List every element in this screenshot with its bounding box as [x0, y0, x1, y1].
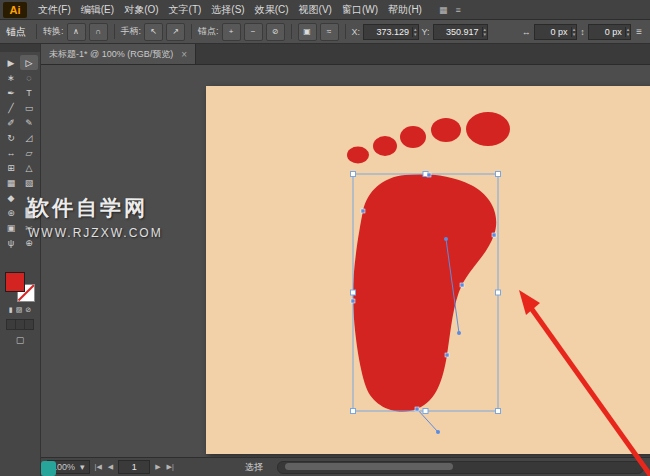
y-stepper[interactable]: ▴▾	[482, 27, 488, 37]
first-artboard-button[interactable]: |◀	[94, 463, 103, 471]
selection-handle-s[interactable]	[423, 409, 428, 414]
tool-symbol-sprayer-icon[interactable]: ⊛	[2, 205, 20, 220]
tool-zoom-icon[interactable]: ⊕	[20, 235, 38, 250]
anchor-point[interactable]	[351, 299, 355, 303]
width-value[interactable]: 0 px	[535, 27, 571, 37]
prev-artboard-button[interactable]: ◀	[107, 463, 114, 471]
cut-path-button[interactable]: ⊘	[266, 23, 285, 41]
menu-type[interactable]: 文字(T)	[164, 1, 207, 19]
footprint-toe-2[interactable]	[373, 136, 397, 156]
add-anchor-button[interactable]: +	[222, 23, 241, 41]
x-coordinate-field[interactable]: 373.129 ▴▾	[363, 24, 419, 40]
anchor-point[interactable]	[492, 233, 496, 237]
control-panel-menu-icon[interactable]: ≡	[634, 26, 644, 37]
menu-select[interactable]: 选择(S)	[206, 1, 249, 19]
tool-pen-icon[interactable]: ✒	[2, 85, 20, 100]
isolate-selection-button[interactable]: ▣	[298, 23, 317, 41]
footprint-toes[interactable]	[347, 112, 510, 164]
tab-close-icon[interactable]: ×	[181, 49, 187, 60]
tool-eyedropper-icon[interactable]: ◆	[2, 190, 20, 205]
color-mode-icon[interactable]: ▮	[9, 306, 13, 314]
selection-handle-nw[interactable]	[351, 172, 356, 177]
footprint-toe-1[interactable]	[347, 147, 369, 164]
tool-mesh-icon[interactable]: ▦	[2, 175, 20, 190]
tool-column-graph-icon[interactable]: ▙	[20, 205, 38, 220]
menu-help[interactable]: 帮助(H)	[383, 1, 427, 19]
arrange-documents-icon[interactable]: ▦	[439, 5, 448, 15]
footprint-sole-shape[interactable]	[353, 174, 496, 411]
anchor-point[interactable]	[460, 283, 464, 287]
menu-view[interactable]: 视图(V)	[294, 1, 337, 19]
anchor-point[interactable]	[427, 173, 431, 177]
tool-blend-icon[interactable]: ◐	[20, 190, 38, 205]
tool-rectangle-icon[interactable]: ▭	[20, 100, 38, 115]
height-field[interactable]: 0 px ▴▾	[588, 24, 632, 40]
show-handles-button[interactable]: ↖	[144, 23, 163, 41]
selection-handle-e[interactable]	[496, 290, 501, 295]
menu-object[interactable]: 对象(O)	[119, 1, 163, 19]
tool-direct-selection-icon[interactable]: ▷	[20, 55, 38, 70]
footprint-toe-3[interactable]	[400, 126, 426, 148]
y-coordinate-value[interactable]: 350.917	[434, 27, 482, 37]
tool-paintbrush-icon[interactable]: ✐	[2, 115, 20, 130]
tool-scale-icon[interactable]: ◿	[20, 130, 38, 145]
tools-panel-header[interactable]	[0, 44, 40, 52]
fill-color-swatch[interactable]	[5, 272, 25, 292]
menu-effect[interactable]: 效果(C)	[250, 1, 294, 19]
drawing-modes-button[interactable]	[6, 319, 34, 330]
last-artboard-button[interactable]: ▶|	[166, 463, 175, 471]
anchor-point[interactable]	[415, 407, 419, 411]
y-label: Y:	[422, 27, 430, 37]
height-value[interactable]: 0 px	[589, 27, 625, 37]
horizontal-scrollbar[interactable]	[277, 461, 644, 474]
tool-rotate-icon[interactable]: ↻	[2, 130, 20, 145]
y-coordinate-field[interactable]: 350.917 ▴▾	[433, 24, 489, 40]
selection-handle-w[interactable]	[351, 290, 356, 295]
none-mode-icon[interactable]: ⊘	[25, 306, 31, 314]
screen-mode-button[interactable]: ▢	[16, 335, 25, 345]
tool-free-transform-icon[interactable]: ▱	[20, 145, 38, 160]
remove-anchor-button[interactable]: −	[244, 23, 263, 41]
document-tab[interactable]: 未标题-1* @ 100% (RGB/预览) ×	[41, 44, 196, 64]
convert-to-corner-button[interactable]: ∧	[67, 23, 86, 41]
select-similar-button[interactable]: ≈	[320, 23, 339, 41]
artboard-number-field[interactable]: 1	[118, 460, 150, 474]
hide-handles-button[interactable]: ↗	[166, 23, 185, 41]
tool-width-icon[interactable]: ↔	[2, 145, 20, 160]
height-stepper[interactable]: ▴▾	[625, 27, 631, 37]
canvas-area[interactable]	[41, 65, 650, 457]
menu-edit[interactable]: 编辑(E)	[76, 1, 119, 19]
next-artboard-button[interactable]: ▶	[154, 463, 161, 471]
horizontal-scrollbar-thumb[interactable]	[285, 463, 453, 470]
footprint-big-toe[interactable]	[466, 112, 510, 146]
menu-file[interactable]: 文件(F)	[33, 1, 76, 19]
workspace-switcher-icon[interactable]: ≡	[455, 5, 460, 15]
x-label: X:	[352, 27, 361, 37]
footprint-toe-4[interactable]	[431, 118, 461, 142]
selection-handle-sw[interactable]	[351, 409, 356, 414]
anchor-point[interactable]	[445, 353, 449, 357]
tool-magic-wand-icon[interactable]: ∗	[2, 70, 20, 85]
anchor-point[interactable]	[361, 209, 365, 213]
tool-artboard-icon[interactable]: ▣	[2, 220, 20, 235]
tool-pencil-icon[interactable]: ✎	[20, 115, 38, 130]
x-coordinate-value[interactable]: 373.129	[364, 27, 412, 37]
fill-stroke-control	[5, 272, 35, 302]
gradient-mode-icon[interactable]: ▨	[16, 306, 23, 314]
width-field[interactable]: 0 px ▴▾	[534, 24, 578, 40]
tool-gradient-icon[interactable]: ▧	[20, 175, 38, 190]
tool-shape-builder-icon[interactable]: ⊞	[2, 160, 20, 175]
tool-lasso-icon[interactable]: ◌	[20, 70, 38, 85]
x-stepper[interactable]: ▴▾	[412, 27, 418, 37]
tool-slice-icon[interactable]: ✂	[20, 220, 38, 235]
selection-handle-ne[interactable]	[496, 172, 501, 177]
tool-hand-icon[interactable]: ψ	[2, 235, 20, 250]
tool-type-icon[interactable]: T	[20, 85, 38, 100]
convert-to-smooth-button[interactable]: ∩	[89, 23, 108, 41]
tool-perspective-grid-icon[interactable]: △	[20, 160, 38, 175]
width-stepper[interactable]: ▴▾	[571, 27, 577, 37]
menu-window[interactable]: 窗口(W)	[337, 1, 383, 19]
tool-line-segment-icon[interactable]: ╱	[2, 100, 20, 115]
tool-selection-icon[interactable]: ▶	[2, 55, 20, 70]
selection-handle-se[interactable]	[496, 409, 501, 414]
